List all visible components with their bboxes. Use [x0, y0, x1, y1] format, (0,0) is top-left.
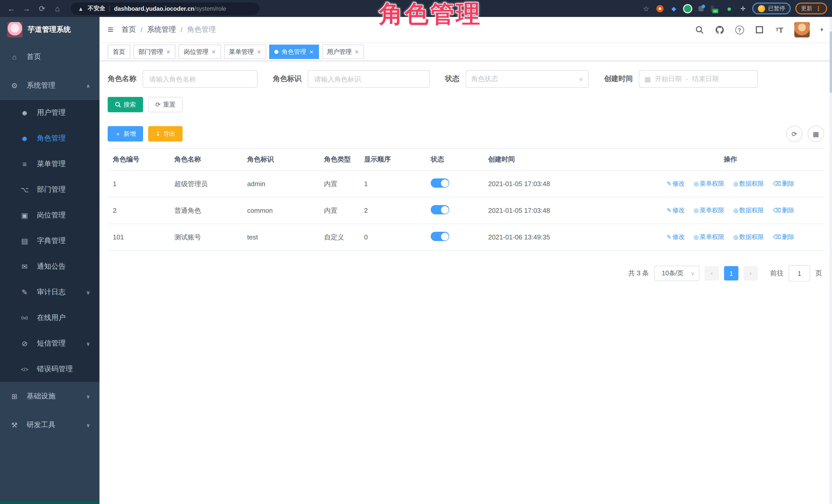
- sidebar-item-dept[interactable]: ⌥ 部门管理: [0, 177, 100, 203]
- update-label: 更新: [801, 5, 812, 12]
- data-permission-link[interactable]: ◎数据权限: [733, 180, 764, 187]
- security-label: 不安全: [88, 5, 105, 12]
- page-scrollbar[interactable]: [830, 17, 832, 504]
- tab-user[interactable]: 用户管理✕: [322, 45, 364, 59]
- close-icon[interactable]: ✕: [355, 49, 359, 55]
- browser-reload-icon[interactable]: ⟳: [36, 2, 48, 15]
- close-icon[interactable]: ✕: [166, 49, 171, 55]
- extension-icon-grid[interactable]: [697, 4, 706, 13]
- help-icon[interactable]: ?: [734, 25, 745, 35]
- avatar-caret-icon[interactable]: ▼: [820, 27, 824, 32]
- extension-icon-on-switch[interactable]: on: [711, 4, 720, 13]
- data-permission-link[interactable]: ◎数据权限: [733, 233, 764, 240]
- sidebar-item-infra[interactable]: ⊞ 基础设施 ∨: [0, 382, 100, 411]
- sidebar-item-dev-tools[interactable]: ⚒ 研发工具 ∨: [0, 411, 100, 440]
- status-toggle[interactable]: [431, 179, 449, 188]
- tab-dept[interactable]: 部门管理✕: [133, 45, 176, 59]
- search-button[interactable]: 搜索: [108, 97, 143, 112]
- date-range-picker[interactable]: ▦ 开始日期 - 结束日期: [639, 70, 758, 88]
- menu-permission-link[interactable]: ◎菜单权限: [694, 180, 724, 187]
- close-icon[interactable]: ✕: [211, 49, 216, 55]
- current-page-button[interactable]: 1: [724, 266, 738, 281]
- cell-sort: 1: [359, 170, 425, 197]
- delete-link[interactable]: ⌫删除: [773, 207, 794, 214]
- close-icon[interactable]: ✕: [257, 49, 261, 55]
- search-form: 角色名称 角色标识 状态 角色状态 ∨: [108, 70, 824, 88]
- browser-back-icon[interactable]: ←: [5, 2, 18, 15]
- browser-url-bar[interactable]: ▲ 不安全 dashboard.yudao.iocoder.cn/system/…: [71, 2, 259, 15]
- edit-link[interactable]: ✎修改: [667, 207, 684, 214]
- puzzle-icon[interactable]: ✛: [738, 4, 748, 13]
- sidebar-item-system[interactable]: ⚙ 系统管理 ∧: [0, 71, 100, 100]
- browser-forward-icon[interactable]: →: [21, 2, 33, 15]
- add-button[interactable]: ＋ 新增: [108, 126, 143, 141]
- profile-paused-pill[interactable]: 已暂停: [752, 3, 791, 15]
- tab-post[interactable]: 岗位管理✕: [179, 45, 221, 59]
- next-page-button[interactable]: ›: [744, 266, 758, 281]
- menu-permission-link[interactable]: ◎菜单权限: [694, 233, 724, 240]
- font-size-icon[interactable]: TT: [774, 25, 785, 35]
- avatar[interactable]: [794, 22, 810, 37]
- tab-role[interactable]: 角色管理✕: [269, 45, 319, 59]
- extension-icon-android[interactable]: ☻: [725, 4, 734, 13]
- extension-icon-gem[interactable]: ◆: [669, 4, 678, 13]
- extension-icon-green-circle[interactable]: [683, 4, 692, 13]
- reset-button[interactable]: ⟳ 重置: [148, 97, 183, 112]
- online-user-icon: 0x0: [21, 316, 29, 320]
- log-icon: ✎: [21, 288, 29, 296]
- status-toggle[interactable]: [431, 205, 449, 214]
- chevron-up-icon: ∧: [86, 83, 90, 88]
- edit-link[interactable]: ✎修改: [667, 233, 684, 240]
- breadcrumb-home[interactable]: 首页: [122, 25, 136, 34]
- page-size-select[interactable]: 10条/页 ∨: [654, 266, 699, 281]
- extension-icon-orange[interactable]: [655, 4, 665, 13]
- browser-home-icon[interactable]: ⌂: [51, 2, 63, 15]
- sidebar-item-post[interactable]: ▣ 岗位管理: [0, 203, 100, 228]
- tab-menu[interactable]: 菜单管理✕: [224, 45, 266, 59]
- close-icon[interactable]: ✕: [309, 49, 314, 55]
- role-key-input[interactable]: [308, 70, 430, 88]
- cell-role-key: common: [242, 197, 319, 224]
- breadcrumb-separator: /: [181, 26, 183, 34]
- status-label: 状态: [445, 74, 460, 84]
- filter-create-time: 创建时间 ▦ 开始日期 - 结束日期: [604, 70, 758, 88]
- goto-page-input[interactable]: [789, 265, 810, 282]
- role-table: 角色编号 角色名称 角色标识 角色类型 显示顺序 状态 创建时间 操作 1: [108, 148, 824, 251]
- data-permission-link[interactable]: ◎数据权限: [733, 207, 764, 214]
- delete-link[interactable]: ⌫删除: [773, 180, 794, 187]
- menu-permission-link[interactable]: ◎菜单权限: [694, 207, 724, 214]
- circle-check-icon: ◎: [733, 234, 738, 240]
- bookmark-star-icon[interactable]: ☆: [642, 4, 651, 13]
- sidebar-item-dict[interactable]: ▤ 字典管理: [0, 228, 100, 254]
- app-logo[interactable]: 芋道管理系统: [0, 17, 100, 43]
- breadcrumb-system[interactable]: 系统管理: [147, 25, 176, 34]
- status-toggle[interactable]: [431, 232, 449, 241]
- search-icon[interactable]: [694, 25, 705, 35]
- delete-link[interactable]: ⌫删除: [773, 233, 794, 240]
- browser-update-pill[interactable]: 更新 ⋮: [795, 3, 827, 15]
- security-warning-icon: ▲: [78, 5, 84, 11]
- status-select[interactable]: 角色状态 ∨: [466, 70, 589, 88]
- sidebar-item-online-user[interactable]: 0x0 在线用户: [0, 305, 100, 331]
- sidebar-item-audit-log[interactable]: ✎ 审计日志 ∨: [0, 280, 100, 305]
- sidebar-item-error-code[interactable]: </> 错误码管理: [0, 356, 100, 382]
- sidebar-item-notice[interactable]: ✉ 通知公告: [0, 254, 100, 280]
- tab-home[interactable]: 首页: [108, 45, 130, 59]
- kebab-menu-icon[interactable]: ⋮: [815, 5, 822, 12]
- sidebar-item-role[interactable]: ☻ 角色管理: [0, 126, 100, 151]
- sidebar-item-sms[interactable]: ⊘ 短信管理 ∨: [0, 331, 100, 356]
- scrollbar-thumb[interactable]: [830, 31, 832, 93]
- fullscreen-icon[interactable]: [754, 25, 764, 35]
- sidebar-item-user[interactable]: ☻ 用户管理: [0, 100, 100, 126]
- column-settings-button[interactable]: ▦: [808, 126, 824, 142]
- github-icon[interactable]: [714, 25, 725, 35]
- sidebar-item-menu[interactable]: ≡ 菜单管理: [0, 151, 100, 177]
- role-name-input[interactable]: [142, 70, 257, 88]
- sidebar-item-home[interactable]: ⌂ 首页: [0, 43, 100, 71]
- hamburger-icon[interactable]: ≡: [108, 24, 113, 35]
- code-icon: </>: [21, 366, 29, 372]
- edit-link[interactable]: ✎修改: [667, 180, 684, 187]
- refresh-table-button[interactable]: ⟳: [786, 126, 803, 142]
- prev-page-button[interactable]: ‹: [705, 266, 719, 281]
- export-button[interactable]: ↧ 导出: [148, 126, 183, 141]
